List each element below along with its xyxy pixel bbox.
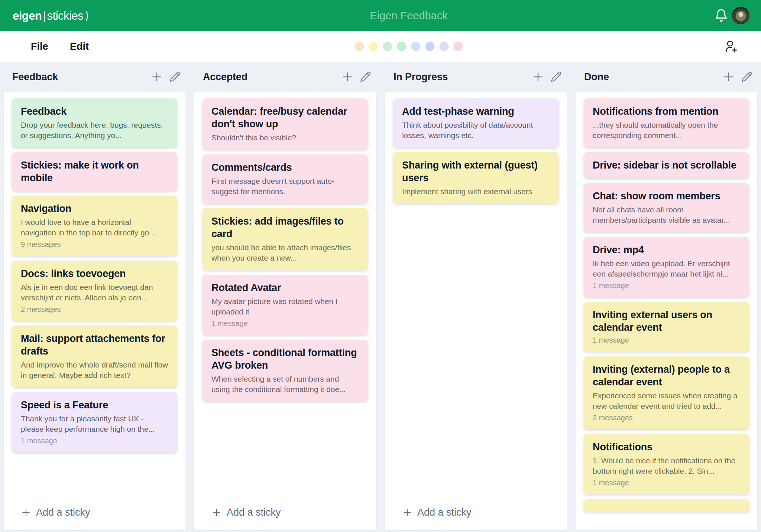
plus-icon (21, 507, 31, 518)
add-sticky-button[interactable]: Add a sticky (4, 499, 185, 530)
card-title: Sharing with external (guest) users (402, 159, 550, 184)
bell-icon[interactable] (714, 9, 728, 23)
board: Feedback Drop your feedback here: bugs, … (0, 92, 761, 530)
column-header: Feedback (4, 71, 185, 83)
edit-column-icon[interactable] (360, 71, 372, 83)
card-body: Thank you for a pleasantly fast UX - ple… (21, 414, 168, 434)
edit-column-icon[interactable] (550, 71, 562, 83)
add-card-icon[interactable] (532, 71, 544, 83)
card-body: My avatar picture was rotated when I upl… (211, 296, 359, 317)
sticky-card[interactable]: Inviting (external) people to a calendar… (584, 356, 749, 429)
color-swatch-green[interactable] (383, 42, 392, 51)
card-body: you should be able to attach images/file… (211, 242, 359, 263)
sticky-card[interactable]: Speed is a Feature Thank you for a pleas… (12, 392, 177, 452)
card-title: Add test-phase warning (402, 105, 550, 118)
card-title: Inviting (external) people to a calendar… (593, 363, 740, 388)
menu-edit[interactable]: Edit (70, 41, 89, 52)
card-list: Add test-phase warning Think about possi… (385, 92, 567, 203)
sticky-card[interactable]: Rotated Avatar My avatar picture was rot… (203, 275, 368, 335)
card-title: Chat: show room members (593, 190, 740, 202)
app-logo: eigen | stickies ⟩ (13, 9, 89, 23)
card-title: Rotated Avatar (211, 281, 359, 294)
add-card-icon[interactable] (722, 71, 735, 83)
user-avatar[interactable] (732, 7, 749, 25)
person-add-icon[interactable] (724, 39, 739, 54)
color-swatch-periwinkle[interactable] (425, 42, 435, 51)
sticky-card[interactable]: Notifications from mention ...they shoul… (584, 98, 749, 147)
column-title: Accepted (203, 71, 247, 83)
sticky-card[interactable]: Chat: show room members Not all chats ha… (584, 183, 749, 232)
card-body: Experienced some issues when creating a … (593, 391, 740, 411)
logo-brand: eigen (13, 9, 42, 23)
sticky-card[interactable]: Stickies: make it work on mobile (12, 152, 177, 191)
add-card-icon[interactable] (150, 71, 163, 83)
column-title: Feedback (12, 71, 58, 83)
color-swatch-yellow[interactable] (369, 42, 378, 51)
sticky-card[interactable]: Docs: links toevoegen Als je in een doc … (12, 261, 177, 321)
sticky-card[interactable]: Calendar: free/busy calendar don't show … (203, 98, 368, 150)
card-body: Implement sharing with external users (402, 186, 550, 197)
card-title: Drive: sidebar is not scrollable (593, 159, 740, 172)
board-column: Calendar: free/busy calendar don't show … (194, 92, 376, 530)
sticky-card[interactable]: Sheets - conditional formatting AVG brok… (203, 340, 368, 401)
add-sticky-button[interactable]: Add a sticky (194, 499, 376, 530)
card-body: Shouldn't this be visible? (211, 133, 359, 143)
card-title: Calendar: free/busy calendar don't show … (211, 105, 359, 130)
sticky-card[interactable] (584, 499, 749, 512)
card-title: Sheets - conditional formatting AVG brok… (211, 346, 359, 372)
card-body: When selecting a set of numbers and usin… (211, 374, 359, 395)
card-message-count: 2 messages (593, 413, 740, 422)
color-swatch-peach[interactable] (355, 42, 364, 51)
card-title: Inviting external users on calendar even… (593, 309, 740, 334)
card-title: Docs: links toevoegen (21, 267, 168, 280)
color-swatch-mint[interactable] (397, 42, 407, 51)
column-title: Done (584, 71, 609, 83)
card-body: 1. Would be nice if the notifications on… (593, 456, 740, 476)
card-title: Drive: mp4 (593, 244, 740, 256)
sticky-card[interactable]: Add test-phase warning Think about possi… (393, 98, 558, 147)
card-list: Feedback Drop your feedback here: bugs, … (4, 92, 185, 452)
logo-chevron-icon: ⟩ (85, 9, 89, 23)
add-sticky-button[interactable]: Add a sticky (385, 499, 567, 530)
menu-file[interactable]: File (31, 41, 48, 52)
menubar: File Edit (0, 31, 761, 62)
card-message-count: 9 messages (21, 240, 168, 249)
card-body: Drop your feedback here: bugs, requests,… (21, 120, 168, 141)
edit-column-icon[interactable] (741, 71, 753, 83)
sticky-card[interactable]: Sharing with external (guest) users Impl… (393, 152, 558, 203)
board-column: Add test-phase warning Think about possi… (385, 92, 567, 530)
plus-icon (211, 507, 222, 518)
color-swatch-lavender[interactable] (440, 42, 449, 51)
card-body: First message doesn't support auto-sugge… (211, 176, 359, 197)
card-message-count: 1 message (21, 436, 168, 445)
sticky-card[interactable]: Drive: mp4 Ik heb een video geupload. Er… (584, 237, 749, 297)
color-swatch-pink[interactable] (454, 42, 463, 51)
card-body: And improve the whole draft/send mail fl… (21, 360, 168, 381)
sticky-card[interactable]: Drive: sidebar is not scrollable (584, 152, 749, 178)
add-sticky-label: Add a sticky (417, 507, 472, 518)
column-title: In Progress (394, 71, 448, 83)
sticky-card[interactable]: Comments/cards First message doesn't sup… (203, 154, 368, 203)
color-palette (355, 42, 463, 51)
add-card-icon[interactable] (341, 71, 354, 83)
card-message-count: 1 message (593, 336, 740, 345)
sticky-card[interactable]: Feedback Drop your feedback here: bugs, … (12, 98, 177, 147)
column-header: In Progress (385, 71, 567, 83)
card-title: Comments/cards (211, 161, 359, 174)
board-column: Feedback Drop your feedback here: bugs, … (4, 92, 185, 530)
sticky-card[interactable]: Inviting external users on calendar even… (584, 302, 749, 352)
sticky-card[interactable]: Stickies: add images/files to card you s… (203, 208, 368, 270)
sticky-card[interactable]: Navigation I would love to have a horizo… (12, 196, 177, 256)
logo-divider: | (43, 9, 46, 23)
card-list: Calendar: free/busy calendar don't show … (194, 92, 376, 401)
card-message-count: 1 message (593, 478, 740, 487)
sticky-card[interactable]: Mail: support attachements for drafts An… (12, 326, 177, 387)
card-body: Not all chats have all room members/part… (593, 205, 740, 225)
edit-column-icon[interactable] (169, 71, 181, 83)
add-sticky-label: Add a sticky (36, 507, 90, 518)
board-title: Eigen Feedback (370, 10, 448, 22)
sticky-card[interactable]: Notifications 1. Would be nice if the no… (584, 434, 749, 494)
logo-product: stickies (47, 9, 84, 23)
column-header: Done (576, 71, 757, 83)
color-swatch-blue[interactable] (411, 42, 421, 51)
